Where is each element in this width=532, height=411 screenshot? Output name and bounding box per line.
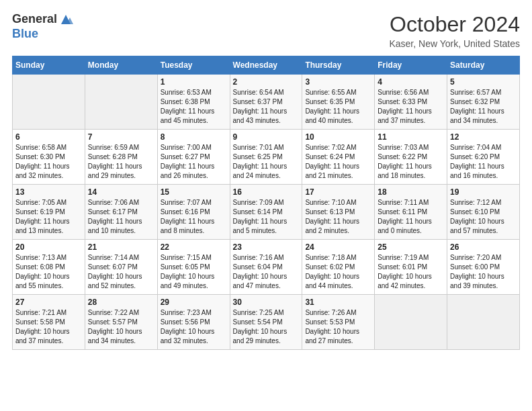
calendar-cell: 21Sunrise: 7:14 AMSunset: 6:07 PMDayligh…: [85, 240, 157, 295]
calendar-cell: 23Sunrise: 7:16 AMSunset: 6:04 PMDayligh…: [230, 240, 302, 295]
logo-blue: Blue: [12, 27, 73, 42]
month-title: October 2024: [389, 12, 520, 37]
calendar-week-3: 13Sunrise: 7:05 AMSunset: 6:19 PMDayligh…: [13, 185, 520, 240]
calendar-week-5: 27Sunrise: 7:21 AMSunset: 5:58 PMDayligh…: [13, 295, 520, 350]
calendar-cell: 3Sunrise: 6:55 AMSunset: 6:35 PMDaylight…: [302, 75, 375, 130]
calendar-week-4: 20Sunrise: 7:13 AMSunset: 6:08 PMDayligh…: [13, 240, 520, 295]
day-details: Sunrise: 7:07 AMSunset: 6:16 PMDaylight:…: [161, 198, 227, 236]
logo-general: General: [12, 12, 57, 27]
day-details: Sunrise: 6:56 AMSunset: 6:33 PMDaylight:…: [378, 88, 444, 126]
calendar-cell: 22Sunrise: 7:15 AMSunset: 6:05 PMDayligh…: [157, 240, 230, 295]
day-number: 25: [378, 242, 444, 252]
calendar-cell: 7Sunrise: 6:59 AMSunset: 6:28 PMDaylight…: [85, 130, 157, 185]
day-number: 7: [88, 132, 154, 142]
day-details: Sunrise: 7:11 AMSunset: 6:11 PMDaylight:…: [378, 198, 444, 236]
calendar-cell: 26Sunrise: 7:20 AMSunset: 6:00 PMDayligh…: [447, 240, 520, 295]
calendar-cell: 18Sunrise: 7:11 AMSunset: 6:11 PMDayligh…: [375, 185, 447, 240]
calendar-cell: [375, 295, 447, 350]
day-details: Sunrise: 6:57 AMSunset: 6:32 PMDaylight:…: [450, 88, 517, 126]
day-number: 4: [378, 77, 444, 87]
calendar-cell: 9Sunrise: 7:01 AMSunset: 6:25 PMDaylight…: [230, 130, 302, 185]
calendar-week-1: 1Sunrise: 6:53 AMSunset: 6:38 PMDaylight…: [13, 75, 520, 130]
day-number: 15: [161, 187, 227, 197]
day-number: 10: [305, 132, 371, 142]
title-block: October 2024 Kaser, New York, United Sta…: [389, 12, 520, 49]
day-number: 1: [161, 77, 227, 87]
day-number: 3: [305, 77, 371, 87]
day-details: Sunrise: 7:22 AMSunset: 5:57 PMDaylight:…: [88, 308, 154, 346]
day-number: 17: [305, 187, 371, 197]
day-details: Sunrise: 7:09 AMSunset: 6:14 PMDaylight:…: [233, 198, 300, 236]
day-details: Sunrise: 6:55 AMSunset: 6:35 PMDaylight:…: [305, 88, 371, 126]
day-details: Sunrise: 7:26 AMSunset: 5:53 PMDaylight:…: [305, 308, 371, 346]
calendar-cell: 6Sunrise: 6:58 AMSunset: 6:30 PMDaylight…: [13, 130, 85, 185]
calendar-cell: 15Sunrise: 7:07 AMSunset: 6:16 PMDayligh…: [157, 185, 230, 240]
day-number: 28: [88, 298, 154, 307]
page: General Blue October 2024 Kaser, New Yor…: [0, 0, 532, 362]
day-number: 27: [15, 298, 82, 307]
day-details: Sunrise: 6:59 AMSunset: 6:28 PMDaylight:…: [88, 143, 154, 181]
weekday-header-saturday: Saturday: [447, 56, 520, 75]
calendar-cell: 29Sunrise: 7:23 AMSunset: 5:56 PMDayligh…: [157, 295, 230, 350]
weekday-header-wednesday: Wednesday: [230, 56, 302, 75]
day-details: Sunrise: 7:21 AMSunset: 5:58 PMDaylight:…: [15, 308, 82, 346]
calendar-week-2: 6Sunrise: 6:58 AMSunset: 6:30 PMDaylight…: [13, 130, 520, 185]
calendar-cell: [13, 75, 85, 130]
day-number: 8: [161, 132, 227, 142]
calendar-cell: 16Sunrise: 7:09 AMSunset: 6:14 PMDayligh…: [230, 185, 302, 240]
calendar-cell: 13Sunrise: 7:05 AMSunset: 6:19 PMDayligh…: [13, 185, 85, 240]
calendar-cell: 2Sunrise: 6:54 AMSunset: 6:37 PMDaylight…: [230, 75, 302, 130]
calendar-cell: 5Sunrise: 6:57 AMSunset: 6:32 PMDaylight…: [447, 75, 520, 130]
day-details: Sunrise: 7:19 AMSunset: 6:01 PMDaylight:…: [378, 253, 444, 291]
day-details: Sunrise: 7:06 AMSunset: 6:17 PMDaylight:…: [88, 198, 154, 236]
calendar-cell: 24Sunrise: 7:18 AMSunset: 6:02 PMDayligh…: [302, 240, 375, 295]
day-details: Sunrise: 6:53 AMSunset: 6:38 PMDaylight:…: [161, 88, 227, 126]
calendar-cell: 8Sunrise: 7:00 AMSunset: 6:27 PMDaylight…: [157, 130, 230, 185]
day-details: Sunrise: 7:04 AMSunset: 6:20 PMDaylight:…: [450, 143, 517, 181]
weekday-header-thursday: Thursday: [302, 56, 375, 75]
day-details: Sunrise: 7:05 AMSunset: 6:19 PMDaylight:…: [15, 198, 82, 236]
calendar-cell: 10Sunrise: 7:02 AMSunset: 6:24 PMDayligh…: [302, 130, 375, 185]
calendar-table: SundayMondayTuesdayWednesdayThursdayFrid…: [12, 56, 520, 350]
weekday-header-tuesday: Tuesday: [157, 56, 230, 75]
day-number: 31: [305, 298, 371, 307]
day-number: 6: [15, 132, 82, 142]
day-details: Sunrise: 7:03 AMSunset: 6:22 PMDaylight:…: [378, 143, 444, 181]
day-details: Sunrise: 7:00 AMSunset: 6:27 PMDaylight:…: [161, 143, 227, 181]
day-number: 23: [233, 242, 300, 252]
day-number: 12: [450, 132, 517, 142]
day-number: 13: [15, 187, 82, 197]
calendar-cell: 20Sunrise: 7:13 AMSunset: 6:08 PMDayligh…: [13, 240, 85, 295]
day-details: Sunrise: 7:23 AMSunset: 5:56 PMDaylight:…: [161, 308, 227, 346]
day-details: Sunrise: 7:15 AMSunset: 6:05 PMDaylight:…: [161, 253, 227, 291]
day-details: Sunrise: 7:10 AMSunset: 6:13 PMDaylight:…: [305, 198, 371, 236]
weekday-header-friday: Friday: [375, 56, 447, 75]
calendar-cell: 19Sunrise: 7:12 AMSunset: 6:10 PMDayligh…: [447, 185, 520, 240]
weekday-header-sunday: Sunday: [13, 56, 85, 75]
day-details: Sunrise: 7:25 AMSunset: 5:54 PMDaylight:…: [233, 308, 300, 346]
day-number: 11: [378, 132, 444, 142]
weekday-header-monday: Monday: [85, 56, 157, 75]
day-number: 24: [305, 242, 371, 252]
calendar-cell: 11Sunrise: 7:03 AMSunset: 6:22 PMDayligh…: [375, 130, 447, 185]
day-details: Sunrise: 7:14 AMSunset: 6:07 PMDaylight:…: [88, 253, 154, 291]
weekday-header-row: SundayMondayTuesdayWednesdayThursdayFrid…: [13, 56, 520, 75]
day-details: Sunrise: 7:12 AMSunset: 6:10 PMDaylight:…: [450, 198, 517, 236]
day-number: 2: [233, 77, 300, 87]
day-details: Sunrise: 7:18 AMSunset: 6:02 PMDaylight:…: [305, 253, 371, 291]
day-number: 26: [450, 242, 517, 252]
day-details: Sunrise: 7:16 AMSunset: 6:04 PMDaylight:…: [233, 253, 300, 291]
day-number: 20: [15, 242, 82, 252]
day-number: 29: [161, 298, 227, 307]
location: Kaser, New York, United States: [389, 38, 520, 49]
day-number: 16: [233, 187, 300, 197]
calendar-cell: 28Sunrise: 7:22 AMSunset: 5:57 PMDayligh…: [85, 295, 157, 350]
day-details: Sunrise: 7:20 AMSunset: 6:00 PMDaylight:…: [450, 253, 517, 291]
calendar-cell: 31Sunrise: 7:26 AMSunset: 5:53 PMDayligh…: [302, 295, 375, 350]
day-details: Sunrise: 7:01 AMSunset: 6:25 PMDaylight:…: [233, 143, 300, 181]
calendar-cell: 14Sunrise: 7:06 AMSunset: 6:17 PMDayligh…: [85, 185, 157, 240]
day-number: 14: [88, 187, 154, 197]
calendar-cell: [85, 75, 157, 130]
calendar-cell: 30Sunrise: 7:25 AMSunset: 5:54 PMDayligh…: [230, 295, 302, 350]
calendar-cell: 1Sunrise: 6:53 AMSunset: 6:38 PMDaylight…: [157, 75, 230, 130]
